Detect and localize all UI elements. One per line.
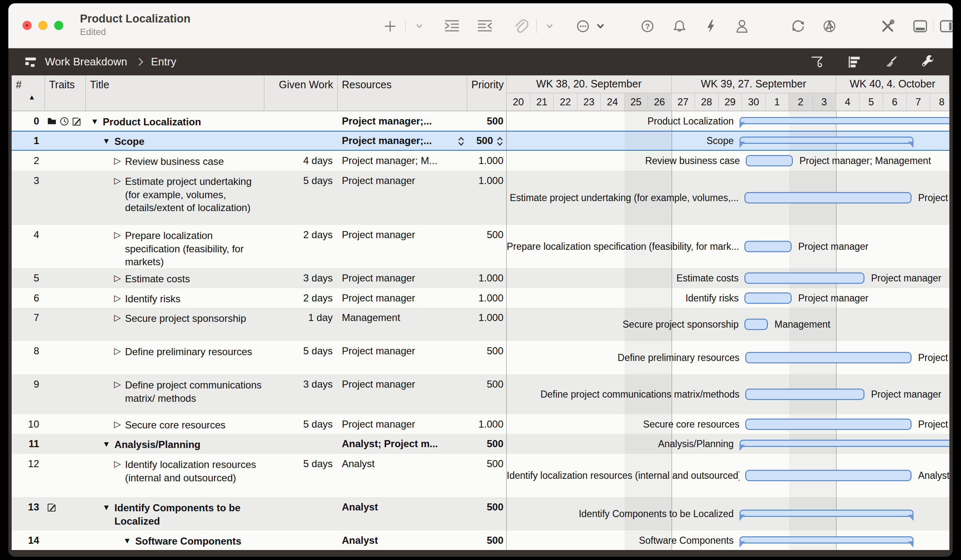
gantt-task-bar[interactable]: [745, 418, 911, 430]
disclosure-triangle-icon[interactable]: ▼: [91, 115, 99, 127]
title-cell[interactable]: ▷Define project communications matrix/ m…: [86, 374, 264, 414]
task-row-1[interactable]: 1▼ScopeProject manager;...500Scope: [12, 131, 949, 151]
resources-cell[interactable]: Project manager: [338, 288, 467, 308]
given-work-cell[interactable]: 4 days: [264, 151, 338, 171]
given-work-cell[interactable]: 1 day: [264, 308, 338, 341]
given-work-cell[interactable]: [264, 111, 338, 131]
task-row-8[interactable]: 8▷Define preliminary resources5 daysProj…: [12, 341, 949, 374]
tools-icon[interactable]: [879, 17, 897, 35]
resources-cell[interactable]: Project manager: [338, 225, 467, 268]
attachment-icon[interactable]: [511, 17, 530, 35]
gantt-task-bar[interactable]: [744, 192, 911, 204]
close-button[interactable]: [22, 21, 32, 30]
resources-stepper[interactable]: [458, 135, 465, 147]
attachment-chevron-down-icon[interactable]: [540, 17, 559, 35]
gantt-task-bar[interactable]: [744, 319, 768, 330]
title-cell[interactable]: ▷Secure project sponsorship: [86, 308, 264, 341]
gantt-task-bar[interactable]: [744, 241, 792, 252]
disclosure-triangle-icon[interactable]: ▼: [123, 535, 131, 546]
priority-cell[interactable]: 500: [467, 434, 507, 454]
priority-stepper[interactable]: [496, 135, 503, 151]
given-work-cell[interactable]: [264, 434, 338, 454]
gantt-summary-bar[interactable]: [739, 536, 914, 543]
more-circle-icon[interactable]: [574, 17, 592, 35]
sync-icon[interactable]: [789, 17, 807, 35]
gantt-summary-bar[interactable]: [739, 510, 914, 517]
more-chevron-down-icon[interactable]: [591, 17, 610, 35]
priority-cell[interactable]: 500: [467, 225, 507, 268]
task-row-2[interactable]: 2▷Review business case4 daysProject mana…: [12, 151, 949, 171]
column-header-traits[interactable]: Traits: [45, 75, 86, 111]
resources-cell[interactable]: Management: [338, 308, 467, 341]
task-row-14[interactable]: 14▼Software ComponentsAnalyst500Software…: [12, 530, 949, 550]
given-work-cell[interactable]: 5 days: [264, 414, 338, 434]
disclosure-triangle-icon[interactable]: ▼: [102, 438, 110, 449]
gantt-task-bar[interactable]: [744, 292, 792, 304]
minimize-button[interactable]: [38, 21, 47, 30]
title-cell[interactable]: ▷Identify risks: [86, 288, 264, 308]
disclosure-triangle-icon[interactable]: ▼: [102, 135, 110, 146]
task-row-10[interactable]: 10▷Secure core resources5 daysProject ma…: [12, 414, 949, 434]
given-work-cell[interactable]: [264, 497, 338, 530]
filter-icon[interactable]: [809, 54, 826, 70]
column-header-number[interactable]: # ▲: [12, 75, 45, 111]
title-cell[interactable]: ▷Estimate costs: [86, 268, 264, 288]
priority-cell[interactable]: 500: [467, 131, 507, 151]
resources-cell[interactable]: Project manager: [338, 414, 467, 434]
title-cell[interactable]: ▷Identify localization resources (intern…: [86, 454, 264, 497]
resources-cell[interactable]: Project manager: [338, 374, 467, 414]
title-cell[interactable]: ▼Identify Components to be Localized: [86, 497, 264, 530]
title-cell[interactable]: ▷Estimate project undertaking (for examp…: [86, 171, 264, 225]
gantt-task-bar[interactable]: [744, 273, 864, 284]
gantt-summary-bar[interactable]: [739, 137, 914, 144]
task-row-13[interactable]: 13▼Identify Components to be LocalizedAn…: [12, 497, 949, 530]
add-icon[interactable]: [381, 17, 399, 35]
gantt-task-bar[interactable]: [745, 352, 911, 363]
gantt-task-bar[interactable]: [745, 389, 864, 400]
resources-cell[interactable]: Analyst: [338, 530, 467, 550]
column-header-resources[interactable]: Resources: [338, 75, 467, 111]
given-work-cell[interactable]: 3 days: [264, 268, 338, 288]
network-icon[interactable]: [820, 17, 839, 35]
priority-cell[interactable]: 1.000: [467, 151, 507, 171]
priority-cell[interactable]: 500: [467, 454, 507, 497]
title-cell[interactable]: ▷Define preliminary resources: [86, 341, 264, 374]
task-row-7[interactable]: 7▷Secure project sponsorship1 dayManagem…: [12, 308, 949, 341]
task-row-12[interactable]: 12▷Identify localization resources (inte…: [12, 454, 949, 497]
column-header-title[interactable]: Title: [86, 75, 264, 111]
outdent-icon[interactable]: [476, 17, 494, 35]
priority-cell[interactable]: 1.000: [467, 288, 507, 308]
priority-cell[interactable]: 500: [467, 341, 507, 374]
priority-cell[interactable]: 500: [467, 374, 507, 414]
task-row-11[interactable]: 11▼Analysis/PlanningAnalyst; Project m..…: [12, 434, 949, 454]
title-cell[interactable]: ▷Prepare localization specification (fea…: [86, 225, 264, 268]
title-cell[interactable]: ▼Product Localization: [86, 111, 264, 131]
title-cell[interactable]: ▼Analysis/Planning: [86, 434, 264, 454]
resources-cell[interactable]: Project manager: [338, 171, 467, 225]
breadcrumb-section[interactable]: Work Breakdown: [45, 55, 127, 68]
resources-cell[interactable]: Project manager; M...: [338, 151, 467, 171]
indent-icon[interactable]: [443, 17, 461, 35]
resources-cell[interactable]: Project manager: [338, 268, 467, 288]
gantt-summary-bar[interactable]: [739, 440, 949, 447]
priority-cell[interactable]: 1.000: [467, 308, 507, 341]
gantt-timescale[interactable]: WK 38, 20. SeptemberWK 39, 27. September…: [507, 75, 949, 111]
settings-wrench-icon[interactable]: [919, 54, 936, 70]
title-cell[interactable]: ▷Secure core resources: [86, 414, 264, 434]
given-work-cell[interactable]: 3 days: [264, 374, 338, 414]
disclosure-triangle-icon[interactable]: ▼: [102, 501, 110, 513]
given-work-cell[interactable]: [264, 131, 338, 151]
priority-cell[interactable]: 1.000: [467, 171, 507, 225]
given-work-cell[interactable]: 5 days: [264, 171, 338, 225]
outline-icon[interactable]: [846, 54, 863, 70]
bell-icon[interactable]: [670, 17, 689, 35]
priority-cell[interactable]: 500: [467, 111, 507, 131]
title-cell[interactable]: ▼Software Components: [86, 530, 264, 550]
resources-cell[interactable]: Project manager: [338, 341, 467, 374]
breadcrumb-view[interactable]: Entry: [151, 55, 177, 68]
panel-bottom-icon[interactable]: [911, 17, 929, 35]
priority-cell[interactable]: 1.000: [467, 414, 507, 434]
title-cell[interactable]: ▼Scope: [86, 131, 264, 151]
task-row-5[interactable]: 5▷Estimate costs3 daysProject manager1.0…: [12, 268, 949, 288]
resources-cell[interactable]: Analyst: [338, 497, 467, 530]
